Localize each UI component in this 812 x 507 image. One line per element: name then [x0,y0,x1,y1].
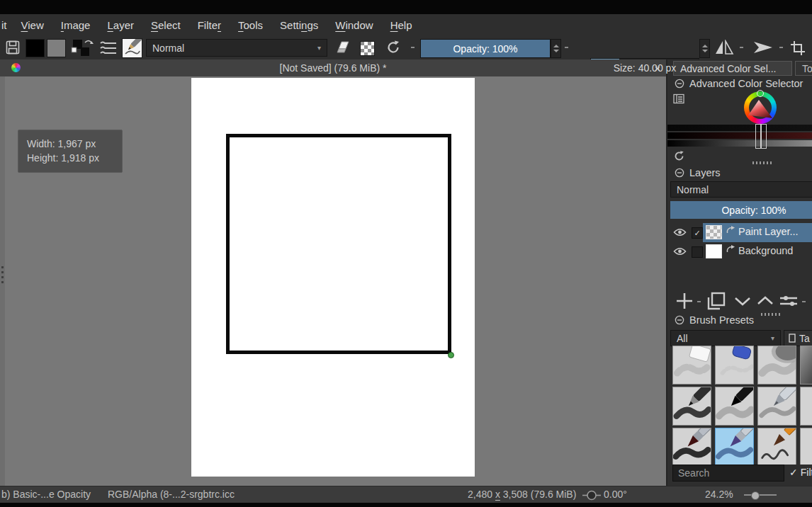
layer-visibility-eye-icon[interactable] [673,227,687,237]
properties-dropdown-dash[interactable] [802,301,806,302]
statusbar-brush-name: b) Basic-...e Opacity [1,489,91,500]
chevron-down-icon: ▾ [317,44,321,52]
color-bar-2[interactable] [667,140,812,147]
foreground-color-swatch[interactable] [26,39,45,57]
save-icon[interactable] [6,40,20,55]
main-toolbar: Normal ▾ Opacity: 100% Size: 40.00 px [0,35,812,60]
tab-advanced-color-selector[interactable]: Advanced Color Sel... [673,61,792,76]
zoom-slider-track[interactable] [744,494,777,496]
eraser-mode-icon[interactable] [334,40,353,55]
wrap-around-icon[interactable] [752,40,774,55]
layer-properties-icon[interactable] [778,290,799,312]
krita-window: it View Image Layer Select Filter Tools … [0,0,812,507]
brush-preset-detail-brush-orange[interactable] [757,428,796,467]
add-layer-icon[interactable] [675,290,694,312]
brush-preset-blank[interactable] [800,428,812,467]
tag-button[interactable]: Ta [784,330,812,346]
toolbox-edge-strip[interactable] [0,76,5,486]
tab-tool-options[interactable]: To [795,61,812,76]
brush-preset-shade-gradient[interactable] [800,346,812,384]
opacity-slider[interactable]: Opacity: 100% [420,39,551,58]
move-layer-down-icon[interactable] [733,290,752,312]
hue-marker-icon[interactable] [757,90,764,97]
brush-preset-airbrush-soft[interactable] [757,346,796,384]
mirror-horizontal-icon[interactable] [714,40,734,55]
canvas-titlebar[interactable]: [Not Saved] (79.6 MiB) * × [0,59,666,76]
layer-select-checkbox[interactable]: ✓ [692,227,703,239]
panel-splitter-handle[interactable] [752,161,772,164]
canvas-viewport[interactable]: Width: 1,967 px Height: 1,918 px [0,76,666,486]
brush-preset-eraser-hard[interactable] [672,346,711,384]
brush-preset-wet-brush-blue-selected[interactable] [715,428,754,467]
statusbar-color-profile: RGB/Alpha (8-...2-srgbtrc.icc [108,489,235,500]
reload-brush-icon[interactable] [385,40,401,55]
swap-colors-icon[interactable] [71,38,94,57]
preset-search-row: ✓ Filte [667,465,812,483]
brush-settings-icon[interactable] [99,40,118,56]
filter-by-tag-checkbox[interactable]: ✓ Filte [789,467,812,478]
search-input[interactable] [672,465,784,482]
color-bar-0[interactable] [667,125,812,131]
canvas-page[interactable] [191,78,475,477]
brush-preset-pencil[interactable] [672,387,711,426]
mirror-dropdown-dash[interactable] [740,47,743,48]
layer-select-checkbox[interactable] [692,246,703,258]
layer-row-background[interactable]: Background [667,242,812,261]
size-tooltip: Width: 1,967 px Height: 1,918 px [18,130,123,173]
layer-opacity-slider[interactable]: Opacity: 100% [670,201,812,219]
duplicate-layer-icon[interactable] [706,290,727,312]
selector-settings-icon[interactable] [673,93,684,107]
statusbar-image-dimensions: 2,480 x 3,508 (79.6 MiB) [468,489,576,500]
move-layer-up-icon[interactable] [755,290,775,312]
add-layer-dropdown-dash[interactable] [697,301,701,302]
docker-collapse-icon[interactable] [675,168,684,178]
color-bar-1[interactable] [667,132,812,139]
zoom-slider-handle[interactable] [751,491,760,500]
menu-item-layer[interactable]: Layer [98,19,142,31]
advanced-color-selector-header: Advanced Color Selector [675,78,803,89]
opacity-slider-label: Opacity: 100% [453,43,517,55]
docker-collapse-icon[interactable] [675,315,684,325]
brush-preset-eraser-soft-blue[interactable] [715,346,754,384]
menu-item-image[interactable]: Image [52,19,99,31]
menu-item-tools[interactable]: Tools [230,19,271,31]
drag-handle-icon[interactable] [1,266,4,285]
menu-item-edit[interactable]: it [0,19,13,31]
statusbar-zoom-value: 24.2% [705,489,733,500]
brush-preset-wet-brush-dark[interactable] [672,428,711,467]
bar-marker-icon[interactable] [755,124,761,149]
bar-marker-icon[interactable] [761,124,767,149]
toolbar-separator [565,47,568,48]
opacity-spinner[interactable] [551,39,561,58]
brush-preset-blank[interactable] [800,387,812,426]
docker-collapse-icon[interactable] [675,79,684,89]
panel-splitter-handle[interactable] [761,313,781,316]
brush-preset-ink-pen[interactable] [757,387,796,426]
blend-mode-dropdown[interactable]: Normal ▾ [146,39,327,57]
layer-blend-mode-dropdown[interactable]: Normal [670,181,812,198]
statusbar-angle-value: 0.00° [604,489,627,500]
rotation-angle-icon[interactable] [582,490,601,501]
menu-item-settings[interactable]: Settings [271,19,327,31]
background-color-swatch[interactable] [47,39,66,57]
layer-thumbnail[interactable] [706,244,722,258]
preserve-alpha-icon[interactable] [360,41,375,56]
size-spinner[interactable] [699,39,710,58]
color-history-icon[interactable] [673,150,685,165]
brush-preset-marker[interactable] [715,387,754,426]
preset-filter-dropdown[interactable]: All ▾ [670,330,781,346]
menu-item-window[interactable]: Window [327,19,381,31]
layer-thumbnail[interactable] [706,225,722,239]
layer-style-arrow-icon [726,245,735,254]
tag-icon [789,334,796,343]
wrap-dropdown-dash[interactable] [779,47,783,48]
layer-visibility-eye-icon[interactable] [673,246,687,256]
tooltip-width: Width: 1,967 px [27,137,113,151]
menu-item-select[interactable]: Select [142,19,189,31]
menu-item-view[interactable]: View [13,19,52,31]
brush-preset-thumbnail[interactable] [122,38,142,58]
menu-item-filter[interactable]: Filter [189,19,230,31]
menu-item-help[interactable]: Help [382,19,421,31]
trim-image-icon[interactable] [789,40,806,57]
layer-row-paint-layer[interactable]: ✓ Paint Layer... [667,223,812,242]
